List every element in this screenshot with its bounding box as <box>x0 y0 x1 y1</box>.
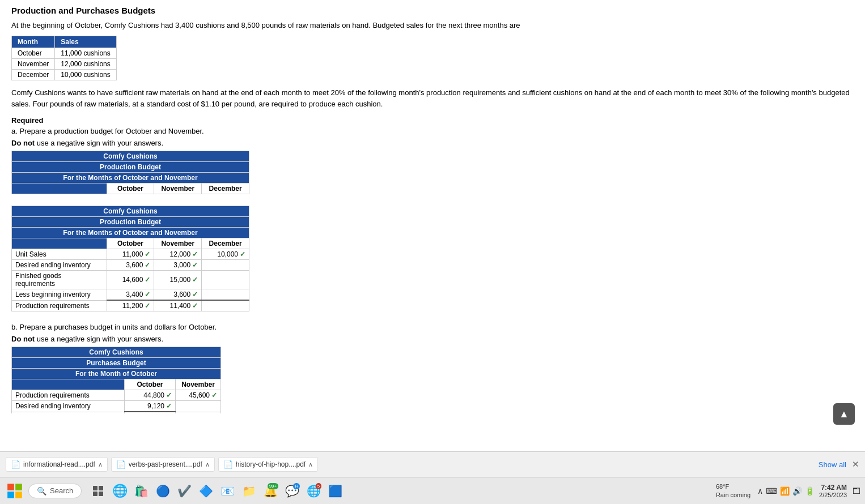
taskview-icon[interactable] <box>89 482 107 500</box>
keyboard-icon[interactable]: ⌨ <box>766 486 777 496</box>
prod-dec-value <box>202 271 249 289</box>
prod-nov-value: 15,000✓ <box>154 271 202 289</box>
svg-rect-5 <box>99 486 103 490</box>
prod-dec-value <box>202 260 249 271</box>
sales-col-sales: Sales <box>55 36 116 48</box>
prod-empty-header <box>12 183 107 194</box>
search-label: Search <box>50 486 73 495</box>
part-a-label: a. Prepare a production budget for Octob… <box>11 127 854 135</box>
microsoft-store-icon[interactable]: 🛍️ <box>132 482 150 500</box>
badge-red: 5 <box>316 483 321 489</box>
mail-icon[interactable]: 📧 <box>218 482 236 500</box>
col-empty <box>12 238 107 249</box>
speaker-icon[interactable]: 🔊 <box>792 486 802 496</box>
svg-rect-6 <box>93 492 97 496</box>
chevron-up-icon[interactable]: ∧ <box>757 486 763 496</box>
pdf-icon-2: 📄 <box>116 460 126 469</box>
check-icon: ✓ <box>192 261 198 269</box>
svg-rect-7 <box>99 492 103 496</box>
arrow-up-icon: ▲ <box>839 408 849 420</box>
col-november: November <box>154 238 202 249</box>
download-filename-2: verbs-past-present....pdf <box>129 460 202 468</box>
skype-icon[interactable]: 💬 R <box>283 482 301 500</box>
windows-icon <box>7 483 23 499</box>
purch-col-october: October <box>125 379 176 390</box>
search-bar[interactable]: 🔍 Search <box>28 484 82 498</box>
check-icon: ✓ <box>145 291 150 298</box>
intro-text: At the beginning of October, Comfy Cushi… <box>11 20 854 31</box>
purch-header-cell: For the Month of October <box>12 369 221 379</box>
purch-data-row: Raw materials requirements 53,920✓ <box>12 412 221 413</box>
download-item-2[interactable]: 📄 verbs-past-present....pdf ∧ <box>111 457 215 472</box>
prod-data-row: Less beginning inventory 3,400✓ 3,600✓ <box>12 289 249 301</box>
prod-oct-value: 3,600✓ <box>107 260 154 271</box>
download-caret-1[interactable]: ∧ <box>98 461 103 468</box>
prod-oct-value: 14,600✓ <box>107 271 154 289</box>
prod-data-row: Production requirements 11,200✓ 11,400✓ <box>12 300 249 311</box>
check-icon: ✓ <box>192 291 198 298</box>
part-b-label: b. Prepare a purchases budget in units a… <box>11 323 854 331</box>
taskbar: 🔍 Search 🌐 🛍️ 🔵 ✔️ 🔷 📧 📁 🔔 99+ 💬 R 🌐 5 🟦… <box>0 477 865 504</box>
download-caret-3[interactable]: ∧ <box>308 461 313 468</box>
month-cell: November <box>12 58 55 69</box>
prod-nov-value: 3,000✓ <box>154 260 202 271</box>
sales-cell: 11,000 cushions <box>55 48 116 58</box>
download-filename-1: informational-read....pdf <box>23 460 95 468</box>
start-button[interactable] <box>5 481 25 501</box>
prod-oct-value: 11,200✓ <box>107 300 154 311</box>
check-icon: ✓ <box>145 302 150 310</box>
sales-table: Month Sales October11,000 cushionsNovemb… <box>11 36 117 80</box>
production-budget-data-table: Comfy CushionsProduction BudgetFor the M… <box>11 206 249 311</box>
month-cell: October <box>12 48 55 58</box>
download-filename-3: history-of-hip-hop....pdf <box>236 460 306 468</box>
badge-green: 99+ <box>268 483 279 489</box>
sales-row: October11,000 cushions <box>12 48 117 58</box>
col-october: October <box>107 238 154 249</box>
required-label: Required <box>11 116 854 125</box>
prod-subtitle: For the Months of October and November <box>12 173 249 183</box>
prod-row-label: Less beginning inventory <box>12 289 107 301</box>
prod-header-cell: Comfy Cushions <box>12 206 249 217</box>
teams-icon[interactable]: ✔️ <box>175 482 193 500</box>
show-all-button[interactable]: Show all <box>819 460 846 469</box>
chrome-icon[interactable]: 🌐 <box>111 482 129 500</box>
edge-icon[interactable]: 🔷 <box>197 482 215 500</box>
sales-cell: 10,000 cushions <box>55 69 116 80</box>
notification-icon[interactable]: 🔔 99+ <box>261 482 279 500</box>
check-icon: ✓ <box>145 276 150 284</box>
notification-bell-icon[interactable]: 🗔 <box>853 486 860 496</box>
prod-company: Comfy Cushions <box>12 151 249 162</box>
pdf-icon-3: 📄 <box>223 460 233 469</box>
prod-header-cell: Production Budget <box>12 217 249 228</box>
chrome-running-icon[interactable]: 🌐 5 <box>304 482 323 500</box>
teams2-icon[interactable]: 🟦 <box>326 482 344 500</box>
purch-data-row: Desired ending inventory 9,120✓ <box>12 401 221 412</box>
purch-header-cell: Purchases Budget <box>12 358 221 369</box>
check-icon: ✓ <box>166 391 172 399</box>
download-caret-2[interactable]: ∧ <box>205 461 210 468</box>
svg-rect-3 <box>15 492 22 498</box>
check-icon: ✓ <box>192 302 198 310</box>
download-item-1[interactable]: 📄 informational-read....pdf ∧ <box>6 457 108 472</box>
ms-icon-1[interactable]: 🔵 <box>154 482 172 500</box>
do-not-label-a: Do not use a negative sign with your ans… <box>11 139 854 147</box>
purch-oct-value: 9,120✓ <box>125 401 176 412</box>
col-december: December <box>202 238 249 249</box>
scroll-up-button[interactable]: ▲ <box>833 403 855 425</box>
download-bar-close[interactable]: ✕ <box>852 459 859 469</box>
check-icon: ✓ <box>192 276 198 284</box>
prod-dec-value: 10,000✓ <box>202 249 249 260</box>
taskbar-time: 7:42 AM 2/25/2023 <box>819 484 847 498</box>
file-explorer-icon[interactable]: 📁 <box>240 482 258 500</box>
purchases-budget-table: Comfy CushionsPurchases BudgetFor the Mo… <box>11 347 221 413</box>
pdf-icon-1: 📄 <box>11 460 20 469</box>
prod-header-cell: For the Months of October and November <box>12 228 249 238</box>
svg-rect-1 <box>15 484 22 490</box>
purch-data-row: Production requirements 44,800✓ 45,600✓ <box>12 390 221 401</box>
wifi-icon[interactable]: 📶 <box>780 486 790 496</box>
download-item-3[interactable]: 📄 history-of-hip-hop....pdf ∧ <box>218 457 318 472</box>
check-icon: ✓ <box>145 261 150 269</box>
svg-rect-4 <box>93 486 97 490</box>
battery-icon[interactable]: 🔋 <box>805 486 815 496</box>
sys-icons: ∧ ⌨ 📶 🔊 🔋 <box>757 486 815 496</box>
